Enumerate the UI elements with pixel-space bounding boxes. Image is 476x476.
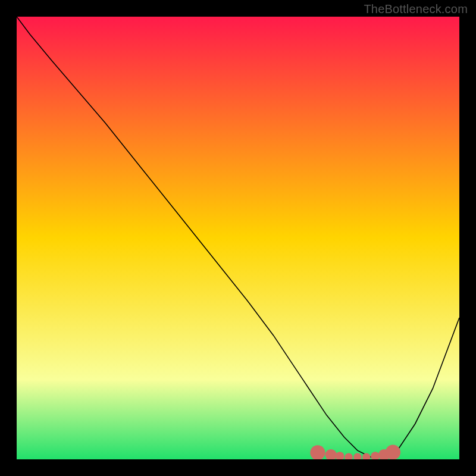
plot-area xyxy=(17,17,459,459)
watermark-label: TheBottleneck.com xyxy=(364,2,468,16)
optimal-zone-marker xyxy=(386,444,400,459)
gradient-background xyxy=(17,17,459,459)
chart-svg xyxy=(17,17,459,459)
chart-frame: TheBottleneck.com xyxy=(0,0,476,476)
